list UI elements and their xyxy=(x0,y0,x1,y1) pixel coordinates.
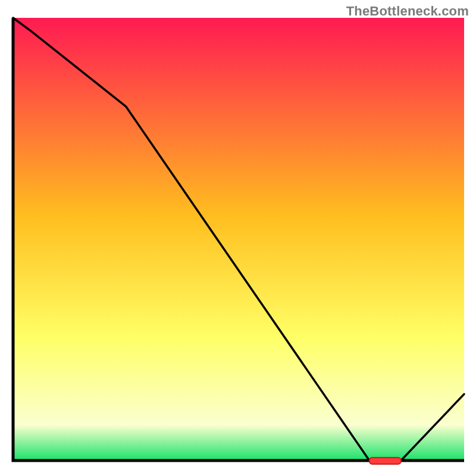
plot-background xyxy=(13,18,464,461)
bottleneck-line-chart xyxy=(0,0,476,476)
chart-container: { "watermark": "TheBottleneck.com", "col… xyxy=(0,0,476,476)
watermark-text: TheBottleneck.com xyxy=(346,4,469,19)
optimal-range-marker xyxy=(369,458,401,464)
